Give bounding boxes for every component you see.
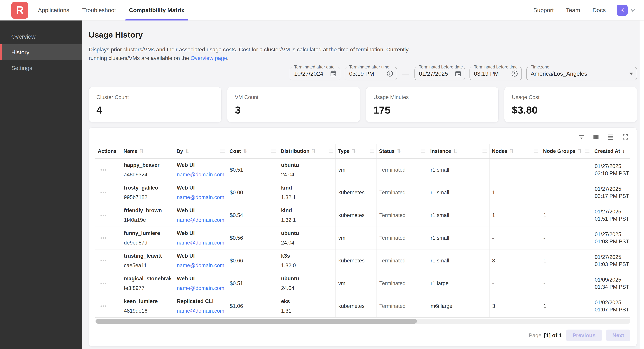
- sidebar-item[interactable]: History: [0, 44, 82, 60]
- timezone-select[interactable]: Timezone America/Los_Angeles: [526, 67, 637, 80]
- distribution-name: ubuntu: [281, 162, 333, 168]
- sort-icon[interactable]: ⇅: [312, 148, 316, 154]
- created-at-time: 01:34 PM PST: [595, 284, 628, 291]
- sort-icon[interactable]: ⇅: [397, 148, 401, 154]
- sidebar-item[interactable]: Settings: [0, 60, 82, 76]
- scrollbar-thumb[interactable]: [96, 319, 417, 324]
- created-by-email-link[interactable]: name@domain.com: [177, 172, 224, 178]
- sort-icon[interactable]: ⇅: [453, 148, 457, 154]
- terminated-before-date-field[interactable]: Terminated before date 01/27/2025: [414, 67, 465, 80]
- column-header-label: Nodes: [492, 148, 508, 154]
- created-by-source: Web UI: [177, 276, 224, 282]
- sorted-descending-icon[interactable]: ↓: [622, 148, 625, 154]
- column-drag-handle-icon[interactable]: [421, 150, 426, 152]
- node-groups-cell: 1: [540, 295, 592, 318]
- sort-icon[interactable]: ⇅: [578, 148, 582, 154]
- column-header[interactable]: Cost ⇅: [227, 144, 278, 159]
- column-header[interactable]: Node Groups ⇅: [540, 144, 592, 159]
- row-actions-button[interactable]: [98, 283, 106, 284]
- column-header[interactable]: Actions: [95, 144, 121, 159]
- usage-history-table-card: Actions Name ⇅: [89, 127, 637, 347]
- terminated-after-time-field[interactable]: Terminated after time 03:19 PM: [345, 67, 397, 80]
- column-drag-handle-icon[interactable]: [534, 150, 538, 152]
- topnav-link-label: Docs: [592, 7, 606, 13]
- distribution-name: kind: [281, 207, 333, 214]
- column-header[interactable]: Nodes ⇅: [489, 144, 540, 159]
- cluster-name: funny_lumiere: [124, 230, 171, 236]
- column-drag-handle-icon[interactable]: [329, 150, 333, 152]
- calendar-icon[interactable]: [455, 70, 461, 77]
- cluster-id: cae5ea11: [124, 262, 171, 269]
- terminated-before-time-field[interactable]: Terminated before time 03:19 PM: [470, 67, 522, 80]
- topnav-link[interactable]: Team: [562, 0, 584, 20]
- topnav-item[interactable]: Troubleshoot: [78, 0, 120, 20]
- clock-icon[interactable]: [511, 70, 518, 77]
- topnav-link[interactable]: Support: [530, 0, 557, 20]
- created-by-email-link[interactable]: name@domain.com: [177, 240, 224, 246]
- stat-cards: Cluster Count 4 VM Count 3 Usage Minutes…: [89, 87, 637, 122]
- created-at-time: 03:17 PM PST: [595, 193, 628, 200]
- dropdown-arrow-icon[interactable]: [630, 72, 633, 75]
- clock-icon[interactable]: [386, 70, 393, 77]
- created-by-email-link[interactable]: name@domain.com: [177, 308, 224, 314]
- column-header[interactable]: Created At ↓: [592, 144, 630, 159]
- created-by-email-link[interactable]: name@domain.com: [177, 285, 224, 291]
- sidebar-item-label: Settings: [11, 65, 32, 71]
- sort-icon[interactable]: ⇅: [510, 148, 514, 154]
- replicated-logo[interactable]: R: [11, 2, 28, 19]
- column-header[interactable]: Status ⇅: [376, 144, 428, 159]
- column-header[interactable]: Type ⇅: [336, 144, 376, 159]
- horizontal-scrollbar[interactable]: [95, 319, 630, 324]
- sort-icon[interactable]: ⇅: [352, 148, 356, 154]
- cost-cell: $0.54: [227, 204, 278, 227]
- sort-icon[interactable]: ⇅: [243, 148, 247, 154]
- page-description: Displays prior clusters/VMs and their as…: [89, 45, 418, 62]
- field-label: Terminated after time: [348, 64, 391, 69]
- column-drag-handle-icon[interactable]: [585, 150, 590, 152]
- created-by-email-link[interactable]: name@domain.com: [177, 217, 224, 223]
- column-header[interactable]: Name ⇅: [121, 144, 174, 159]
- topnav-item[interactable]: Compatibility Matrix: [125, 0, 188, 20]
- cost-cell: $0.00: [227, 181, 278, 204]
- show-hide-columns-icon[interactable]: [592, 133, 600, 141]
- cluster-name: frosty_galileo: [124, 185, 171, 191]
- created-by-email-link[interactable]: name@domain.com: [177, 194, 224, 200]
- calendar-icon[interactable]: [330, 70, 336, 77]
- field-label: Terminated before date: [418, 64, 464, 69]
- column-header[interactable]: By ⇅: [174, 144, 227, 159]
- chevron-down-icon[interactable]: [630, 7, 636, 13]
- density-icon[interactable]: [607, 133, 614, 141]
- terminated-after-date-field[interactable]: Terminated after date 10/27/2024: [290, 67, 340, 80]
- column-header[interactable]: Distribution ⇅: [278, 144, 336, 159]
- row-actions-button[interactable]: [98, 306, 106, 307]
- row-actions-button[interactable]: [98, 192, 106, 193]
- row-actions-button[interactable]: [98, 169, 106, 171]
- usage-history-table: Actions Name ⇅: [95, 144, 630, 318]
- next-page-button[interactable]: Next: [606, 330, 630, 341]
- page-vertical-scrollbar[interactable]: [640, 20, 644, 349]
- sort-icon[interactable]: ⇅: [140, 148, 144, 154]
- column-drag-handle-icon[interactable]: [272, 150, 276, 152]
- overview-page-link[interactable]: Overview page: [190, 55, 227, 61]
- row-actions-button[interactable]: [98, 237, 106, 239]
- field-value: 03:19 PM: [474, 70, 509, 77]
- distribution-version: 1.32.1: [281, 194, 333, 200]
- created-by-email-link[interactable]: name@domain.com: [177, 262, 224, 269]
- created-by-source: Web UI: [177, 230, 224, 236]
- fullscreen-icon[interactable]: [622, 133, 629, 141]
- user-avatar[interactable]: K: [617, 5, 628, 16]
- filter-icon[interactable]: [577, 133, 585, 141]
- topnav-item[interactable]: Applications: [34, 0, 73, 20]
- sidebar-item[interactable]: Overview: [0, 29, 82, 44]
- page-title: Usage History: [89, 30, 637, 39]
- column-header[interactable]: Instance ⇅: [428, 144, 489, 159]
- topnav-link[interactable]: Docs: [589, 0, 610, 20]
- row-actions-button[interactable]: [98, 215, 106, 216]
- column-drag-handle-icon[interactable]: [220, 150, 224, 152]
- column-drag-handle-icon[interactable]: [482, 150, 487, 152]
- previous-page-button[interactable]: Previous: [566, 330, 602, 341]
- column-drag-handle-icon[interactable]: [370, 150, 374, 152]
- sort-icon[interactable]: ⇅: [185, 148, 189, 154]
- row-actions-button[interactable]: [98, 260, 106, 261]
- distribution-version: 1.32.1: [281, 217, 333, 223]
